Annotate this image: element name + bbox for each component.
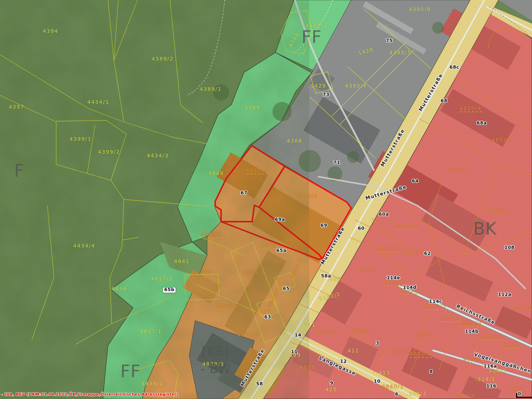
- house-number: 65a: [276, 248, 286, 253]
- parcel-label: 4389/1: [200, 87, 222, 92]
- house-number: 75: [386, 38, 393, 43]
- parcel-label: 4841: [174, 259, 190, 264]
- zone-code: [KS]: [202, 345, 229, 358]
- street-name: Mutterstraße: [380, 128, 406, 167]
- map-viewport[interactable]: 43944389/24389/14434/143974399/14399/244…: [0, 0, 532, 399]
- parcel-label: 4860/3: [453, 394, 475, 399]
- house-number: 69a: [275, 217, 285, 222]
- parcel-label: 4839/2: [237, 332, 260, 338]
- parcel-label: 4855/1: [413, 333, 436, 338]
- attribution-text: - LVA, BEV (DKM:01.04.2022,ÖK,Urmappe,Ös…: [1, 392, 178, 397]
- parcel-label: 4434/1: [87, 100, 109, 105]
- zone-code: FF: [121, 363, 141, 380]
- parcel-label: 4849/4: [296, 194, 318, 199]
- house-number: 68c: [450, 65, 459, 70]
- parcel-label: 4852/5: [424, 304, 447, 310]
- house-number: 65: [283, 286, 289, 291]
- parcel-label: 4852/1: [480, 334, 502, 341]
- parcel-label: 4837/1: [140, 329, 162, 334]
- parcel-label: .1379: [258, 243, 277, 248]
- parcel-label: 4857/2: [396, 224, 418, 230]
- parcel-label: 4838: [111, 286, 127, 291]
- parcel-label: .1016: [180, 393, 199, 399]
- house-number: 108: [504, 245, 515, 250]
- parcel-label: 4849/3: [243, 270, 265, 275]
- house-number: 8: [429, 369, 433, 374]
- house-number: 71: [333, 160, 340, 165]
- zone-code: FF: [302, 28, 322, 45]
- parcel-label: .1429: [308, 83, 326, 89]
- parcel-label: 5196: [503, 342, 519, 349]
- parcel-label: 4860/4: [410, 352, 432, 358]
- parcel-label: 4849/2: [267, 287, 281, 309]
- parcel-label: .411: [302, 323, 316, 328]
- house-number: 65b: [163, 287, 176, 293]
- parcel-label: 4839/4: [216, 304, 238, 309]
- parcel-label: 4857/1: [377, 246, 399, 253]
- parcel-label: 4852/4: [439, 316, 461, 322]
- parcel-label: 4434/3: [147, 153, 169, 158]
- parcel-label: 4860/1: [382, 384, 404, 389]
- house-number: 69: [321, 223, 327, 228]
- house-number: 116a: [484, 364, 497, 369]
- parcel-label: 4385/4: [345, 83, 367, 89]
- house-number: 62: [424, 251, 431, 256]
- house-number: 112a: [498, 292, 512, 297]
- street-name: Mutterstraße: [418, 73, 444, 112]
- parcel-label: 4851/1: [511, 306, 532, 311]
- parcel-label: .314/1: [475, 377, 495, 382]
- parcel-label: 4386: [287, 139, 302, 144]
- parcel-label: 4849/5: [289, 258, 304, 279]
- parcel-label: 4388: [245, 105, 260, 110]
- parcel-label: 4389/2: [152, 57, 174, 62]
- house-number: 0: [518, 392, 521, 396]
- parcel-label: 5152/2: [319, 291, 341, 301]
- parcel-label: 4383: [288, 32, 300, 48]
- parcel-label: 4852/6: [383, 280, 405, 286]
- house-number: 12: [340, 359, 347, 364]
- map-labels-layer: 43944389/24389/14434/143974399/14399/244…: [0, 0, 532, 399]
- house-number: 114d: [403, 285, 416, 290]
- parcel-label: 4849/1: [246, 168, 268, 174]
- house-number: 58: [256, 382, 263, 386]
- parcel-label: .896: [198, 269, 212, 274]
- parcel-label: 4849/6: [200, 232, 223, 238]
- parcel-label: .314/3: [406, 391, 427, 396]
- house-number: 114c: [429, 299, 442, 304]
- parcel-label: 4850/5: [486, 209, 508, 214]
- parcel-label: 4850/1: [447, 168, 470, 173]
- house-number: 64: [412, 179, 419, 184]
- house-number: 116: [486, 384, 497, 389]
- parcel-label: 4385/8: [409, 7, 431, 12]
- street-name: Mutterstraße: [365, 184, 407, 201]
- house-number: 67: [241, 191, 247, 195]
- house-number: 114b: [465, 329, 478, 334]
- house-number: 10: [374, 379, 380, 384]
- house-number: 63: [264, 315, 271, 320]
- parcel-label: 4837/2: [151, 276, 173, 282]
- parcel-label: .412: [345, 348, 359, 354]
- parcel-label: .527: [257, 309, 271, 314]
- parcel-label: .425: [323, 387, 337, 392]
- parcel-label: 4859: [300, 365, 315, 370]
- parcel-label: 4839/1: [141, 381, 163, 386]
- parcel-label: 4851/3: [402, 250, 424, 255]
- house-number: 6: [395, 392, 398, 397]
- house-number: 68: [441, 99, 447, 103]
- parcel-label: .413: [376, 371, 390, 376]
- parcel-label: .314/5: [486, 368, 506, 374]
- parcel-label: 4850/4: [460, 106, 482, 112]
- parcel-label: 4397: [9, 105, 24, 110]
- parcel-label: 4850/3: [492, 138, 514, 143]
- zone-code: BK: [473, 220, 497, 237]
- parcel-label: 4399/1: [70, 137, 92, 142]
- parcel-label: 4399/2: [98, 150, 120, 155]
- house-number: 11: [291, 349, 298, 354]
- house-number: 9: [330, 381, 333, 386]
- parcel-label: .1428: [356, 47, 374, 57]
- house-number: 68a: [477, 121, 487, 126]
- house-number: 73: [323, 92, 329, 97]
- parcel-label: 4434/4: [73, 243, 95, 249]
- house-number: 60: [358, 226, 365, 231]
- house-number: 14: [295, 333, 301, 338]
